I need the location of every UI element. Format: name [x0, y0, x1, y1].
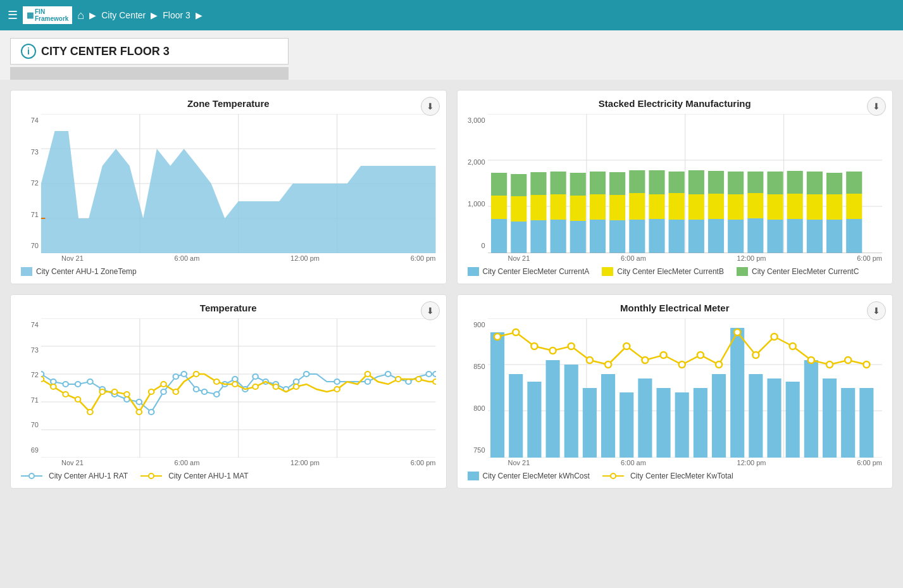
svg-rect-156 [620, 392, 633, 458]
monthly-elec-download-button[interactable]: ⬇ [867, 301, 886, 320]
app-header: ☰ ▦ FINFramework ⌂ ▶ City Center ▶ Floor… [0, 0, 903, 30]
svg-point-134 [365, 372, 371, 377]
stacked-elec-legend-swatch-b [602, 267, 613, 276]
svg-point-185 [771, 334, 777, 340]
monthly-elec-chart-area: Nov 21 6:00 am 12:00 pm 6:00 pm [488, 318, 883, 466]
stacked-elec-card: Stacked Electricity Manufacturing ⬇ 3,00… [457, 90, 894, 284]
svg-rect-159 [675, 392, 688, 458]
svg-point-132 [294, 384, 299, 389]
temperature-download-button[interactable]: ⬇ [421, 301, 440, 320]
svg-point-125 [161, 382, 166, 387]
svg-rect-41 [649, 219, 664, 253]
stacked-elec-download-button[interactable]: ⬇ [867, 97, 886, 116]
svg-point-114 [433, 372, 435, 377]
logo-icon: ▦ [27, 11, 34, 20]
svg-point-93 [149, 410, 154, 415]
svg-point-120 [99, 389, 105, 394]
svg-rect-158 [656, 388, 670, 458]
temperature-chart-wrapper: 74 73 72 71 70 69 [21, 318, 436, 466]
svg-point-110 [365, 379, 371, 384]
monthly-elec-legend: City Center ElecMeter kWhCost City Cente… [468, 472, 883, 480]
monthly-elec-legend-label-kwh: City Center ElecMeter kWhCost [483, 472, 590, 480]
svg-rect-72 [846, 194, 862, 219]
svg-rect-163 [749, 374, 763, 458]
menu-icon[interactable]: ☰ [8, 8, 18, 22]
svg-rect-26 [550, 220, 566, 253]
svg-point-94 [161, 389, 166, 394]
svg-point-192 [611, 473, 616, 479]
svg-rect-19 [491, 173, 507, 196]
temperature-legend-label-rat: City Center AHU-1 RAT [49, 472, 128, 480]
svg-rect-45 [668, 193, 684, 220]
svg-rect-29 [570, 221, 585, 253]
monthly-elec-y-axis: 900 850 800 750 [468, 318, 488, 466]
stacked-elec-legend-item-1: City Center ElecMeter CurrentA [468, 267, 590, 276]
svg-rect-40 [629, 170, 645, 193]
svg-point-92 [137, 399, 142, 404]
svg-point-188 [826, 361, 833, 368]
breadcrumb-arrow-2: ▶ [151, 10, 158, 20]
svg-point-186 [789, 343, 795, 349]
svg-point-99 [214, 392, 220, 397]
svg-rect-65 [806, 220, 822, 253]
zone-temp-x-axis: Nov 21 6:00 am 12:00 pm 6:00 pm [41, 254, 436, 262]
zone-temp-download-button[interactable]: ⬇ [421, 97, 440, 116]
svg-point-141 [149, 473, 154, 479]
svg-point-182 [716, 361, 722, 368]
svg-rect-165 [785, 382, 799, 458]
svg-rect-24 [530, 195, 546, 220]
svg-point-85 [51, 379, 56, 384]
svg-point-176 [605, 361, 611, 368]
svg-point-84 [41, 372, 44, 377]
svg-rect-27 [550, 194, 566, 220]
home-icon[interactable]: ⌂ [77, 9, 84, 22]
svg-rect-22 [511, 174, 526, 196]
svg-rect-23 [530, 220, 546, 253]
svg-rect-43 [649, 170, 664, 194]
svg-point-131 [273, 384, 279, 389]
stacked-elec-chart-wrapper: 3,000 2,000 1,000 0 [468, 114, 883, 262]
svg-point-123 [137, 410, 142, 415]
svg-point-88 [87, 379, 93, 384]
svg-point-116 [51, 384, 56, 389]
svg-rect-166 [804, 360, 818, 458]
stacked-elec-legend-swatch-c [737, 267, 748, 276]
svg-point-86 [63, 382, 68, 387]
svg-rect-28 [550, 172, 566, 194]
svg-point-177 [623, 343, 630, 349]
svg-point-108 [304, 372, 309, 377]
temp-legend-line-yellow [140, 472, 162, 480]
svg-point-183 [734, 329, 740, 335]
svg-rect-20 [511, 222, 526, 253]
monthly-elec-legend-item-2: City Center ElecMeter KwTotal [602, 472, 733, 480]
svg-point-173 [549, 347, 556, 354]
svg-point-139 [29, 473, 34, 479]
zone-temp-legend-item-1: City Center AHU-1 ZoneTemp [21, 267, 137, 276]
svg-point-113 [426, 372, 432, 377]
zone-temp-legend-swatch [21, 267, 32, 276]
temperature-y-axis: 74 73 72 71 70 69 [21, 318, 41, 466]
svg-point-101 [232, 377, 238, 382]
svg-rect-64 [787, 171, 802, 194]
stacked-elec-legend-label-b: City Center ElecMeter CurrentB [617, 267, 724, 276]
monthly-elec-chart-wrapper: 900 850 800 750 [468, 318, 883, 466]
monthly-elec-title: Monthly Electrical Meter [468, 303, 883, 313]
svg-rect-46 [668, 172, 684, 193]
svg-point-126 [173, 389, 179, 394]
stacked-elec-legend-label-a: City Center ElecMeter CurrentA [483, 267, 590, 276]
svg-rect-68 [826, 220, 842, 253]
breadcrumb-city-center[interactable]: City Center [101, 10, 146, 20]
svg-rect-60 [767, 194, 783, 220]
svg-point-175 [586, 357, 592, 363]
svg-rect-154 [582, 388, 596, 458]
breadcrumb-floor3[interactable]: Floor 3 [163, 10, 190, 20]
svg-point-109 [334, 379, 340, 384]
monthly-elec-card: Monthly Electrical Meter ⬇ 900 850 800 7… [457, 294, 894, 489]
svg-rect-56 [747, 218, 763, 253]
svg-point-190 [863, 361, 869, 368]
info-icon[interactable]: i [21, 44, 36, 59]
monthly-elec-legend-label-kw: City Center ElecMeter KwTotal [630, 472, 733, 480]
stacked-elec-y-axis: 3,000 2,000 1,000 0 [468, 114, 488, 262]
svg-rect-44 [668, 220, 684, 253]
temperature-legend: City Center AHU-1 RAT City Center AHU-1 … [21, 472, 436, 480]
